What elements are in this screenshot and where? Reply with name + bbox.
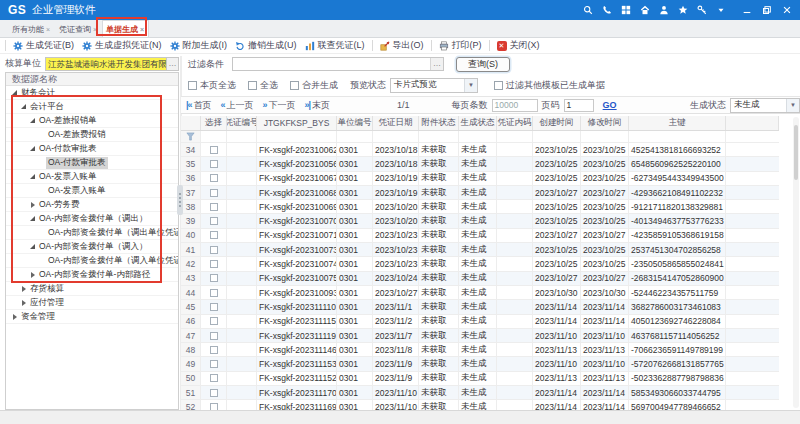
generate-voucher-button[interactable]: 生成凭证(B) — [9, 39, 78, 52]
table-row[interactable]: 37FK-xsgkf-20231006803012023/10/19未获取未生成… — [181, 186, 779, 200]
column-header[interactable]: JTGKFKSP_BYS — [257, 116, 337, 130]
table-row[interactable]: 52FK-xsgkf-20231116903012023/11/10未获取未生成… — [181, 400, 779, 410]
checkbox-icon[interactable] — [210, 203, 218, 211]
row-select-checkbox[interactable] — [201, 143, 227, 156]
generate-status-select[interactable]: 未生成 ▼ — [730, 98, 800, 113]
column-header[interactable]: 创建时间 — [533, 116, 581, 130]
row-select-checkbox[interactable] — [201, 386, 227, 399]
checkbox-icon[interactable] — [210, 146, 218, 154]
checkbox-icon[interactable] — [210, 246, 218, 254]
row-select-checkbox[interactable] — [201, 214, 227, 227]
print-button[interactable]: 打印(P) — [435, 39, 486, 52]
checkbox-icon[interactable] — [210, 389, 218, 397]
tree-node[interactable]: 财务会计 — [6, 86, 178, 100]
checkbox-icon[interactable] — [210, 289, 218, 297]
tree-node[interactable]: OA-劳务费 — [6, 198, 178, 212]
tree-node[interactable]: OA-内部资金拨付单（调入单位凭证） — [6, 254, 178, 268]
table-row[interactable]: 44FK-xsgkf-20231009303012023/10/27未获取未生成… — [181, 286, 779, 300]
table-row[interactable]: 39FK-xsgkf-20231007003012023/10/20未获取未生成… — [181, 214, 779, 228]
tree-expanded-icon[interactable] — [28, 174, 37, 179]
column-header[interactable]: 凭证编号 — [227, 116, 257, 130]
splitter-handle[interactable] — [177, 185, 183, 215]
go-link[interactable]: GO — [603, 100, 617, 110]
maximize-icon[interactable] — [762, 5, 772, 15]
column-header[interactable]: 主键 — [629, 116, 726, 130]
search-button[interactable]: 查询(S) — [456, 57, 510, 72]
column-header[interactable]: 附件状态 — [419, 116, 459, 130]
user-icon[interactable] — [659, 5, 669, 15]
filter-other-generated-checkbox[interactable]: 过滤其他模板已生成单据 — [494, 79, 605, 92]
option-checkbox-2[interactable]: 合并生成 — [290, 79, 338, 92]
checkbox-icon[interactable] — [210, 274, 218, 282]
row-select-checkbox[interactable] — [201, 272, 227, 285]
checkbox-icon[interactable] — [210, 231, 218, 239]
tree-node[interactable]: OA-付款审批表 — [6, 142, 178, 156]
tree-expanded-icon[interactable] — [28, 118, 37, 123]
filter-cell[interactable] — [629, 131, 726, 142]
table-row[interactable]: 45FK-xsgkf-20231111003012023/11/1未获取未生成2… — [181, 300, 779, 314]
row-select-checkbox[interactable] — [201, 315, 227, 328]
checkbox-icon[interactable] — [248, 81, 257, 90]
table-row[interactable]: 36FK-xsgkf-20231006703012023/10/19未获取未生成… — [181, 172, 779, 186]
filter-cell[interactable] — [533, 131, 581, 142]
row-select-checkbox[interactable] — [201, 300, 227, 313]
checkbox-icon[interactable] — [210, 189, 218, 197]
next-page-button[interactable]: »下一页 — [263, 99, 296, 112]
tree-collapsed-icon[interactable] — [28, 272, 37, 278]
checkbox-icon[interactable] — [210, 217, 218, 225]
checkbox-icon[interactable] — [210, 403, 218, 410]
filter-cell[interactable] — [257, 131, 337, 142]
filter-cell[interactable] — [201, 131, 227, 142]
row-select-checkbox[interactable] — [201, 286, 227, 299]
tree-node[interactable]: 应付管理 — [6, 296, 178, 310]
close-icon[interactable] — [782, 5, 792, 15]
row-select-checkbox[interactable] — [201, 257, 227, 270]
export-button[interactable]: 导出(O) — [376, 39, 428, 52]
table-row[interactable]: 38FK-xsgkf-20231006903012023/10/20未获取未生成… — [181, 200, 779, 214]
table-row[interactable]: 50FK-xsgkf-20231115203012023/11/9未获取未生成2… — [181, 372, 779, 386]
tree-node[interactable]: OA-差旅费报销 — [6, 128, 178, 142]
chevron-down-icon[interactable] — [716, 5, 726, 15]
star-icon[interactable] — [678, 5, 688, 15]
undo-generate-button[interactable]: 撤销生成(U) — [231, 39, 301, 52]
tab-close-icon[interactable]: × — [93, 26, 98, 33]
tree-expanded-icon[interactable] — [28, 216, 37, 221]
option-checkbox-0[interactable]: 本页全选 — [188, 79, 236, 92]
column-header[interactable]: 生成状态 — [459, 116, 497, 130]
account-unit-input[interactable]: 江苏盐城港响水港开发集团有限公司 — [45, 57, 167, 71]
filter-cell[interactable] — [337, 131, 373, 142]
tree-node[interactable]: 资金管理 — [6, 310, 178, 324]
tree-node[interactable]: OA-内部资金拨付单-内部路径 — [6, 268, 178, 282]
table-row[interactable]: 41FK-xsgkf-20231007303012023/10/23未获取未生成… — [181, 243, 779, 257]
row-select-checkbox[interactable] — [201, 186, 227, 199]
filter-cell[interactable] — [373, 131, 419, 142]
column-header[interactable]: 修改时间 — [581, 116, 629, 130]
tree-expanded-icon[interactable] — [10, 90, 19, 95]
checkbox-icon[interactable] — [494, 81, 503, 90]
tree-expanded-icon[interactable] — [28, 244, 37, 249]
checkbox-icon[interactable] — [210, 174, 218, 182]
checkbox-icon[interactable] — [210, 303, 218, 311]
tree-node[interactable]: OA-内部资金拨付单（调出单位凭证） — [6, 226, 178, 240]
filter-cell[interactable] — [581, 131, 629, 142]
tree-collapsed-icon[interactable] — [10, 314, 19, 320]
column-header[interactable]: 凭证内码 — [497, 116, 533, 130]
checkbox-icon[interactable] — [210, 160, 218, 168]
prev-page-button[interactable]: «上一页 — [221, 99, 254, 112]
table-row[interactable]: 48FK-xsgkf-20231114603012023/11/8未获取未生成2… — [181, 343, 779, 357]
tree-node[interactable]: 会计平台 — [6, 100, 178, 114]
page-number-input[interactable]: 1 — [564, 99, 594, 112]
table-row[interactable]: 51FK-xsgkf-20231117003012023/11/10未获取未生成… — [181, 386, 779, 400]
tree-node[interactable]: 存货核算 — [6, 282, 178, 296]
filter-cell[interactable] — [419, 131, 459, 142]
vertical-scrollbar[interactable] — [793, 117, 799, 408]
checkbox-icon[interactable] — [210, 360, 218, 368]
home-icon[interactable] — [640, 5, 650, 15]
filter-input[interactable]: … — [232, 57, 444, 71]
minimize-icon[interactable] — [742, 5, 752, 15]
checkbox-icon[interactable] — [210, 374, 218, 382]
table-row[interactable]: 47FK-xsgkf-20231111903012023/11/7未获取未生成2… — [181, 329, 779, 343]
row-select-checkbox[interactable] — [201, 329, 227, 342]
tree-collapsed-icon[interactable] — [19, 286, 28, 292]
scrollbar-thumb[interactable] — [794, 125, 798, 180]
